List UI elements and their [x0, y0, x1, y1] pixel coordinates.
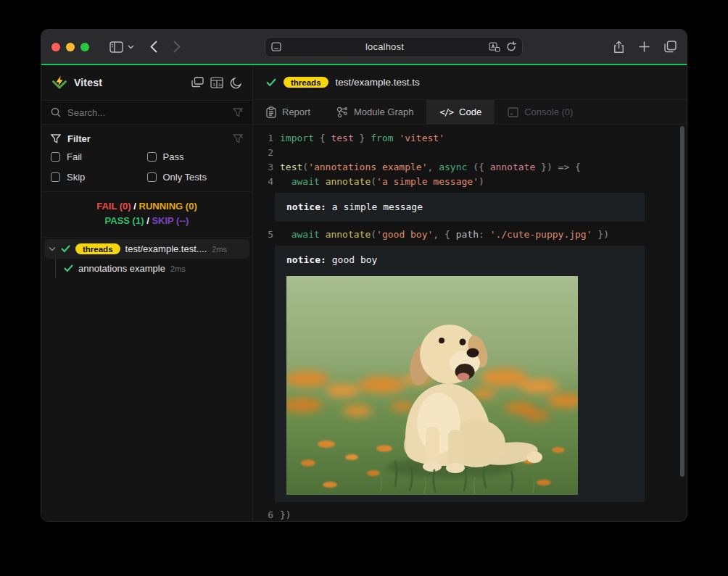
chevron-down-icon[interactable] [49, 246, 56, 251]
sidebar-menu-chevron-icon[interactable] [128, 45, 134, 49]
code-text: import { test } from 'vitest' [273, 131, 444, 146]
traffic-lights [51, 43, 89, 51]
annotation-notice-with-image: notice:good boy [275, 246, 645, 502]
line-number: 1 [253, 131, 273, 146]
code-editor[interactable]: 1import { test } from 'vitest'23test('an… [253, 125, 687, 521]
test-file-name: test/example.test.... [125, 243, 207, 254]
skip-count: SKIP (--) [152, 215, 189, 226]
close-window-button[interactable] [51, 43, 60, 51]
main-pane: threads test/example.test.ts Report [253, 65, 687, 521]
tab-overview-icon[interactable] [664, 41, 677, 54]
checkbox[interactable] [51, 172, 60, 182]
pass-check-icon [266, 78, 276, 87]
website-icon [271, 42, 281, 51]
funnel-icon [51, 134, 61, 143]
test-duration: 2ms [170, 264, 186, 273]
browser-titlebar: localhost [41, 30, 687, 64]
search-input[interactable] [67, 107, 226, 118]
view-tabs: Report Module Graph </> Code [253, 100, 687, 125]
clear-search-filter-icon[interactable] [233, 108, 243, 117]
new-tab-icon[interactable] [639, 41, 650, 54]
test-case-name: annotations example [78, 263, 165, 274]
svg-text:3: 3 [212, 83, 215, 87]
code-line: 4 await annotate('a simple message') [253, 175, 687, 189]
theme-toggle-moon-icon[interactable] [230, 77, 242, 89]
filter-section: Filter Fail Pass [41, 125, 252, 192]
code-line: 6}) [253, 508, 687, 521]
code-line: 2 [253, 146, 687, 160]
checkbox[interactable] [51, 152, 60, 162]
pass-count: PASS (1) [105, 215, 144, 226]
filter-checkbox-pass[interactable]: Pass [147, 151, 244, 162]
url-text: localhost [281, 41, 489, 52]
line-number: 3 [253, 160, 273, 175]
tree-indent-guide [55, 259, 56, 278]
reload-icon[interactable] [506, 41, 516, 52]
clear-filter-icon[interactable] [233, 134, 243, 143]
pool-badge: threads [284, 77, 328, 88]
running-count: RUNNING (0) [139, 201, 197, 212]
pass-check-icon [64, 264, 73, 272]
line-number: 4 [253, 175, 273, 189]
vitest-sidebar: Vitest 3 1s [41, 65, 253, 521]
dashboard-icon[interactable]: 3 1s [210, 77, 223, 88]
code-block: 5 await annotate('good boy', { path: './… [253, 228, 687, 242]
code-icon: </> [439, 107, 453, 117]
test-summary: FAIL (0) / RUNNING (0) PASS (1) / SKIP (… [41, 192, 252, 238]
checkbox[interactable] [147, 172, 157, 182]
open-file-name: test/example.test.ts [336, 77, 420, 88]
filter-checkbox-fail[interactable]: Fail [51, 151, 147, 162]
code-text: }) [273, 508, 291, 521]
filter-checkbox-only-tests[interactable]: Only Tests [147, 172, 244, 183]
back-button[interactable] [150, 41, 157, 53]
minimize-window-button[interactable] [66, 43, 75, 51]
code-text [273, 146, 280, 160]
test-file-row[interactable]: threads test/example.test.... 2ms [44, 239, 249, 259]
pass-check-icon [61, 245, 70, 253]
code-text: test('annotations example', async ({ ann… [273, 160, 581, 175]
test-duration: 2ms [212, 245, 227, 254]
address-bar[interactable]: localhost [265, 37, 523, 57]
annotation-notice: notice:a simple message [275, 193, 645, 222]
browser-window: localhost [41, 29, 687, 522]
fail-count: FAIL (0) [96, 201, 131, 212]
sidebar-toggle-icon[interactable] [109, 41, 123, 53]
svg-text:1s: 1s [218, 83, 223, 87]
vitest-logo [51, 75, 67, 91]
zoom-window-button[interactable] [80, 43, 89, 51]
share-icon[interactable] [613, 41, 624, 54]
file-header: threads test/example.test.ts [253, 65, 687, 100]
code-block: 1import { test } from 'vitest'23test('an… [253, 131, 687, 189]
tab-module-graph[interactable]: Module Graph [323, 100, 426, 124]
filter-checkbox-skip[interactable]: Skip [51, 172, 147, 183]
tab-code[interactable]: </> Code [426, 100, 495, 124]
tab-report[interactable]: Report [253, 100, 323, 124]
code-line: 5 await annotate('good boy', { path: './… [253, 228, 687, 242]
search-bar [41, 100, 252, 125]
code-block: 6}) [253, 508, 687, 521]
line-number: 2 [253, 146, 273, 160]
code-line: 1import { test } from 'vitest' [253, 131, 687, 146]
code-line: 3test('annotations example', async ({ an… [253, 160, 687, 175]
translate-icon[interactable] [489, 42, 500, 52]
search-icon [51, 107, 61, 117]
forward-button[interactable] [173, 41, 181, 53]
code-text: await annotate('good boy', { path: './cu… [273, 228, 609, 242]
sidebar-header: Vitest 3 1s [41, 65, 252, 100]
pool-badge: threads [75, 243, 120, 254]
tab-console[interactable]: Console (0) [495, 100, 586, 124]
editor-scrollbar[interactable] [680, 126, 684, 477]
filter-title: Filter [67, 133, 91, 144]
stacked-panels-icon[interactable] [191, 77, 204, 88]
app-title: Vitest [74, 77, 102, 88]
checkbox[interactable] [147, 152, 157, 162]
puppy-attachment-image [286, 276, 578, 495]
line-number: 6 [253, 508, 273, 521]
line-number: 5 [253, 228, 273, 242]
test-tree: threads test/example.test.... 2ms annota… [41, 238, 252, 280]
test-case-row[interactable]: annotations example 2ms [44, 259, 249, 278]
code-text: await annotate('a simple message') [273, 175, 484, 189]
